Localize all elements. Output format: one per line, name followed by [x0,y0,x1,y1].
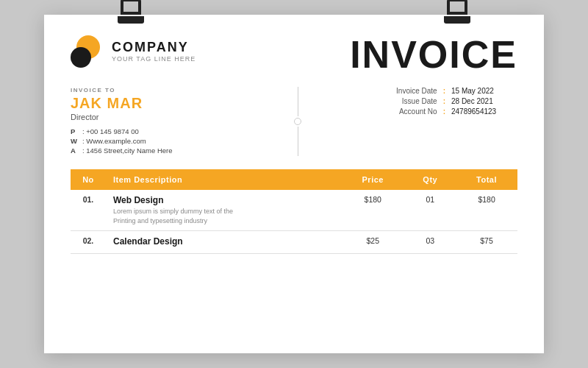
col-description: Item Description [106,169,341,190]
table-row: 02. Calendar Design $25 03 $75 [71,231,517,254]
account-no-row: Account No : 24789654123 [379,107,517,116]
divider-line [294,87,301,156]
clip-left [118,1,144,31]
issue-date-label: Issue Date [379,97,437,105]
invoice-date-label: Invoice Date [379,87,437,95]
invoice-to-label: INVOICE TO [71,87,294,93]
divider-circle [294,118,301,125]
divider-bottom [298,127,298,156]
contact-address: A : 1456 Street,city Name Here [71,146,294,155]
row2-price: $25 [341,231,404,254]
row1-title: Web Design [113,195,334,205]
col-price: Price [341,169,404,190]
account-no-value: 24789654123 [451,107,517,116]
address-key: A [71,146,79,155]
invoice-date-row: Invoice Date : 15 May 2022 [379,87,517,95]
row2-no: 02. [71,231,106,254]
header: COMPANY YOUR TAG LINE HERE INVOICE [71,35,517,74]
row2-qty: 03 [404,231,456,254]
company-text: COMPANY YOUR TAG LINE HERE [112,40,196,63]
logo-area: COMPANY YOUR TAG LINE HERE [71,35,196,68]
contact-web: W : Www.example.com [71,137,294,145]
client-info: INVOICE TO JAK MAR Director P : +00 145 … [71,87,294,156]
logo-icon [71,35,103,68]
company-tagline: YOUR TAG LINE HERE [112,55,196,63]
col-total: Total [456,169,517,190]
row2-total: $75 [456,231,517,254]
table-row: 01. Web Design Lorem ipsum is simply dum… [71,190,517,231]
client-name: JAK MAR [71,95,294,112]
info-section: INVOICE TO JAK MAR Director P : +00 145 … [71,87,517,156]
table-body: 01. Web Design Lorem ipsum is simply dum… [71,190,517,254]
table-header: No Item Description Price Qty Total [71,169,517,190]
invoice-table: No Item Description Price Qty Total 01. … [71,169,517,254]
company-name: COMPANY [112,40,196,55]
row1-no: 01. [71,190,106,231]
row1-price: $180 [341,190,404,231]
invoice-title: INVOICE [350,35,517,74]
client-role: Director [71,113,294,121]
logo-black-circle [71,47,91,68]
row1-subtitle: Lorem ipsum is simply dummy text of theP… [113,207,334,225]
invoice-details: Invoice Date : 15 May 2022 Issue Date : … [294,87,517,116]
address-value: : 1456 Street,city Name Here [82,146,173,155]
colon3: : [443,107,445,116]
colon1: : [443,87,445,95]
row1-qty: 01 [404,190,456,231]
invoice-paper: COMPANY YOUR TAG LINE HERE INVOICE INVOI… [44,15,544,353]
colon2: : [443,97,445,105]
row2-title: Calendar Design [113,236,334,247]
invoice-date-value: 15 May 2022 [451,87,517,95]
contact-phone: P : +00 145 9874 00 [71,127,294,135]
phone-value: : +00 145 9874 00 [82,127,139,135]
col-no: No [71,169,106,190]
row1-total: $180 [456,190,517,231]
web-value: : Www.example.com [82,137,146,145]
issue-date-value: 28 Dec 2021 [451,97,517,105]
account-no-label: Account No [379,107,437,116]
row1-desc: Web Design Lorem ipsum is simply dummy t… [106,190,341,231]
col-qty: Qty [404,169,456,190]
row2-desc: Calendar Design [106,231,341,254]
issue-date-row: Issue Date : 28 Dec 2021 [379,97,517,105]
divider-top [298,87,298,116]
web-key: W [71,137,79,145]
clip-right [444,1,470,31]
phone-key: P [71,127,79,135]
